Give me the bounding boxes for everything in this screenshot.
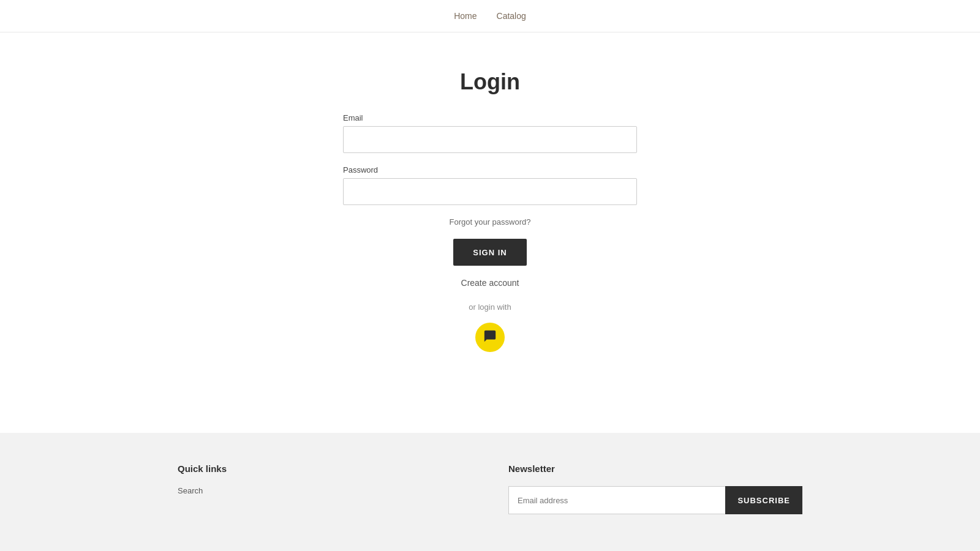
password-input[interactable] xyxy=(343,178,637,205)
header: Home Catalog xyxy=(0,0,980,32)
footer-inner: Quick links Search Newsletter SUBSCRIBE xyxy=(165,463,815,514)
footer-search-link[interactable]: Search xyxy=(178,486,227,495)
main-content: Login Email Password Forgot your passwor… xyxy=(0,32,980,433)
newsletter-heading: Newsletter xyxy=(508,463,802,474)
nav-home[interactable]: Home xyxy=(454,11,477,21)
nav-catalog[interactable]: Catalog xyxy=(497,11,526,21)
chat-bubble-icon xyxy=(483,329,497,346)
quick-links-heading: Quick links xyxy=(178,463,227,474)
password-label: Password xyxy=(343,165,637,174)
create-account-link[interactable]: Create account xyxy=(461,278,519,288)
or-login-with-text: or login with xyxy=(469,302,511,312)
footer: Quick links Search Newsletter SUBSCRIBE xyxy=(0,433,980,551)
password-group: Password xyxy=(343,165,637,205)
subscribe-button[interactable]: SUBSCRIBE xyxy=(725,486,802,514)
newsletter-section: Newsletter SUBSCRIBE xyxy=(508,463,802,514)
email-group: Email xyxy=(343,113,637,153)
login-form: Email Password Forgot your password? SIG… xyxy=(343,113,637,352)
newsletter-email-input[interactable] xyxy=(508,486,725,514)
email-input[interactable] xyxy=(343,126,637,153)
social-login-button[interactable] xyxy=(475,323,505,352)
newsletter-form: SUBSCRIBE xyxy=(508,486,802,514)
email-label: Email xyxy=(343,113,637,122)
page-title: Login xyxy=(460,69,520,95)
main-nav: Home Catalog xyxy=(454,11,526,21)
forgot-password-link[interactable]: Forgot your password? xyxy=(450,217,531,227)
sign-in-button[interactable]: SIGN IN xyxy=(453,239,527,266)
quick-links-section: Quick links Search xyxy=(178,463,227,514)
